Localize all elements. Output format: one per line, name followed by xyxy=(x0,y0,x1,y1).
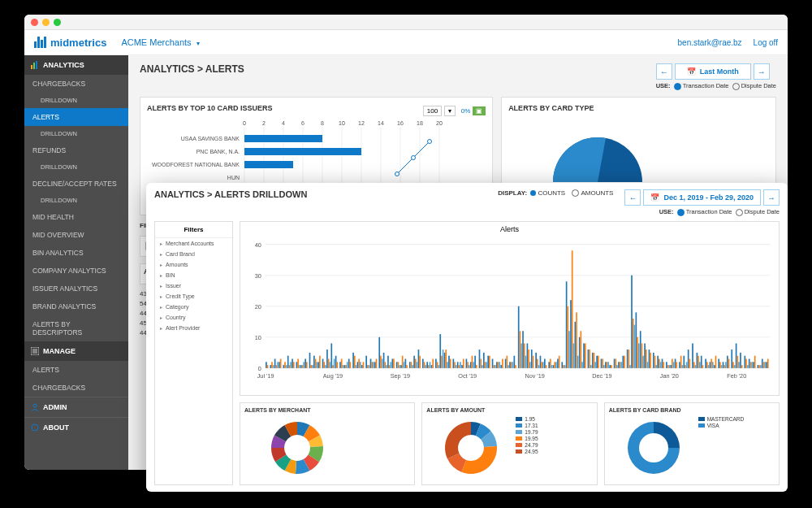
svg-rect-215 xyxy=(499,362,500,368)
svg-rect-197 xyxy=(473,362,474,368)
maximize-icon[interactable] xyxy=(54,19,61,26)
chevron-down-icon[interactable]: ▾ xyxy=(444,106,456,116)
svg-text:Sep '19: Sep '19 xyxy=(391,372,410,380)
svg-rect-214 xyxy=(498,362,499,368)
svg-text:Aug '19: Aug '19 xyxy=(323,372,343,380)
sidebar-section-label: ANALYTICS xyxy=(43,61,84,69)
svg-rect-208 xyxy=(489,355,490,367)
svg-rect-325 xyxy=(659,358,660,367)
svg-rect-381 xyxy=(740,352,741,367)
limit-select[interactable]: 100 xyxy=(423,106,442,116)
svg-rect-357 xyxy=(705,358,706,367)
svg-rect-336 xyxy=(675,358,676,367)
radio-transaction-date[interactable] xyxy=(674,83,681,90)
svg-rect-138 xyxy=(387,355,389,367)
sidebar-item-brand-analytics[interactable]: BRAND ANALYTICS xyxy=(24,297,128,315)
svg-rect-225 xyxy=(514,355,516,367)
svg-rect-98 xyxy=(329,362,330,368)
filter-item[interactable]: Merchant Accounts xyxy=(155,238,232,249)
svg-text:8: 8 xyxy=(321,120,324,126)
svg-text:PNC BANK, N.A.: PNC BANK, N.A. xyxy=(197,149,240,154)
filter-item[interactable]: Card Brand xyxy=(155,249,232,259)
radio-counts[interactable] xyxy=(530,190,536,196)
sidebar-section-about[interactable]: i ABOUT xyxy=(24,417,128,437)
logo-bars-icon xyxy=(34,37,46,48)
user-email-link[interactable]: ben.stark@rae.bz xyxy=(678,38,742,47)
svg-rect-70 xyxy=(289,365,291,368)
svg-rect-394 xyxy=(758,365,760,368)
sidebar-item-refunds[interactable]: REFUNDS xyxy=(24,141,128,159)
filter-item[interactable]: Alert Provider xyxy=(155,323,232,333)
svg-rect-326 xyxy=(660,362,662,368)
close-icon[interactable] xyxy=(31,19,38,26)
svg-text:40: 40 xyxy=(255,241,261,248)
sidebar-item-manage-alerts[interactable]: ALERTS xyxy=(24,361,128,379)
filter-item[interactable]: BIN xyxy=(155,270,232,280)
svg-rect-288 xyxy=(605,362,607,368)
radio-dispute-date[interactable] xyxy=(736,209,743,216)
logoff-link[interactable]: Log off xyxy=(754,38,778,47)
svg-rect-187 xyxy=(459,365,460,368)
filters-title: Filters xyxy=(155,222,232,238)
sidebar-item-chargebacks[interactable]: CHARGEBACKS xyxy=(24,75,128,93)
date-next-button[interactable]: → xyxy=(763,189,780,206)
date-next-button[interactable]: → xyxy=(754,63,770,80)
filter-item[interactable]: Country xyxy=(155,312,232,323)
svg-rect-111 xyxy=(348,358,350,367)
date-range-button[interactable]: 📅 Dec 1, 2019 - Feb 29, 2020 xyxy=(643,189,761,206)
sidebar-section-manage[interactable]: MANAGE xyxy=(24,341,128,361)
svg-rect-232 xyxy=(524,343,525,367)
svg-rect-240 xyxy=(535,352,537,367)
alerts-timeseries-chart: Alerts 010203040Jul '19Aug '19Sep '19Oct… xyxy=(240,221,780,396)
sidebar-item-bin-analytics[interactable]: BIN ANALYTICS xyxy=(24,244,128,262)
filter-item[interactable]: Amounts xyxy=(155,259,232,270)
svg-point-41 xyxy=(412,155,416,159)
svg-rect-124 xyxy=(367,365,369,368)
svg-rect-81 xyxy=(304,358,306,367)
svg-rect-175 xyxy=(441,355,443,367)
svg-rect-353 xyxy=(699,362,701,368)
date-prev-button[interactable]: ← xyxy=(624,189,641,206)
sidebar-item-alerts-descriptors[interactable]: ALERTS BY DESCRIPTORS xyxy=(24,315,128,341)
sidebar-item-alerts[interactable]: ALERTS xyxy=(24,108,128,126)
percent-toggle[interactable]: 0% xyxy=(461,107,471,115)
svg-rect-163 xyxy=(424,362,425,368)
svg-rect-262 xyxy=(567,306,568,367)
svg-rect-387 xyxy=(749,358,750,367)
sidebar-item-mid-overview[interactable]: MID OVERVIEW xyxy=(24,226,128,244)
sidebar-sub-drilldown[interactable]: DRILLDOWN xyxy=(24,93,128,108)
svg-rect-201 xyxy=(479,350,481,368)
sidebar-section-analytics[interactable]: ANALYTICS xyxy=(24,55,128,75)
sidebar-item-company-analytics[interactable]: COMPANY ANALYTICS xyxy=(24,262,128,280)
sidebar-section-admin[interactable]: ADMIN xyxy=(24,397,128,417)
sidebar-item-issuer-analytics[interactable]: ISSUER ANALYTICS xyxy=(24,280,128,297)
svg-rect-165 xyxy=(426,362,428,368)
svg-rect-181 xyxy=(450,358,451,367)
radio-dispute-date[interactable] xyxy=(732,83,740,90)
svg-rect-60 xyxy=(274,358,276,367)
svg-rect-224 xyxy=(512,362,513,368)
filter-item[interactable]: Credit Type xyxy=(155,291,232,302)
sidebar-item-decline-accept[interactable]: DECLINE/ACCEPT RATES xyxy=(24,175,128,193)
sidebar-sub-drilldown[interactable]: DRILLDOWN xyxy=(24,193,128,208)
svg-rect-332 xyxy=(668,365,670,368)
filter-item[interactable]: Issuer xyxy=(155,280,232,291)
sidebar-sub-drilldown[interactable]: DRILLDOWN xyxy=(24,159,128,175)
date-range-button[interactable]: 📅 Last Month xyxy=(675,63,751,80)
svg-rect-146 xyxy=(399,365,400,368)
sidebar-item-mid-health[interactable]: MID HEALTH xyxy=(24,208,128,226)
svg-rect-234 xyxy=(527,343,529,367)
svg-rect-261 xyxy=(566,281,568,368)
sidebar-sub-drilldown[interactable]: DRILLDOWN xyxy=(24,126,128,141)
merchant-selector[interactable]: ACME Merchants ▾ xyxy=(121,37,199,47)
date-prev-button[interactable]: ← xyxy=(656,63,672,80)
radio-transaction-date[interactable] xyxy=(677,209,685,216)
sidebar-item-manage-chargebacks[interactable]: CHARGEBACKS xyxy=(24,379,128,397)
minimize-icon[interactable] xyxy=(42,19,50,26)
radio-amounts[interactable] xyxy=(572,189,579,197)
filter-item[interactable]: Category xyxy=(155,302,232,312)
svg-rect-1 xyxy=(33,63,35,69)
export-icon[interactable]: ▣ xyxy=(473,106,486,115)
svg-rect-128 xyxy=(373,362,374,368)
svg-rect-279 xyxy=(592,352,594,367)
